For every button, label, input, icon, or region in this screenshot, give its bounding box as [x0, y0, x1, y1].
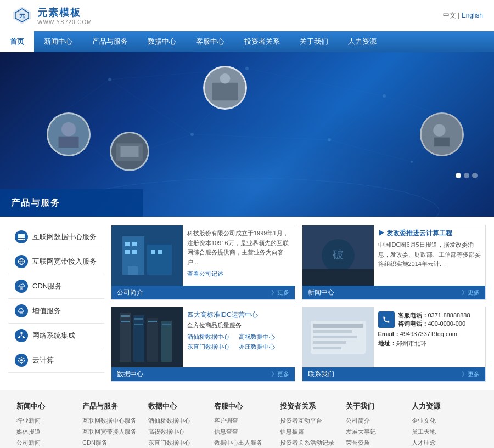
- svg-point-28: [220, 73, 231, 84]
- svg-rect-54: [21, 332, 23, 334]
- cdn-icon: [15, 280, 28, 293]
- footer-col-hr-item-0[interactable]: 企业文化: [412, 416, 478, 427]
- svg-rect-80: [121, 315, 130, 317]
- svg-rect-88: [313, 324, 363, 328]
- sidebar-item-network[interactable]: 网络系统集成: [8, 324, 104, 348]
- hero-circle-left2: [110, 132, 149, 171]
- footer-col-about-item-0[interactable]: 公司简介: [346, 416, 412, 427]
- footer-col-about-item-1[interactable]: 发展大事记: [346, 427, 412, 438]
- news-more[interactable]: 》更多: [462, 288, 480, 297]
- footer-col-support-item-1[interactable]: 信息查查: [214, 427, 280, 438]
- lang-zh[interactable]: 中文: [443, 12, 456, 19]
- hero-pagination[interactable]: [456, 173, 478, 178]
- nav-item-products[interactable]: 产品与服务: [82, 31, 138, 52]
- sidebar-item-value[interactable]: 增值服务: [8, 299, 104, 324]
- svg-point-43: [23, 239, 24, 240]
- svg-point-20: [328, 138, 331, 141]
- datacenter-card: 四大高标准IDC运营中心 全方位商品质量服务 酒仙桥数据中心 高祝数据中心 东直…: [111, 307, 295, 382]
- svg-rect-66: [125, 250, 130, 254]
- company-more[interactable]: 》更多: [271, 288, 289, 297]
- svg-rect-82: [134, 318, 143, 320]
- hero-dot-1[interactable]: [456, 173, 461, 178]
- svg-rect-81: [121, 321, 130, 322]
- content-cards: 科技股份有限公司成立于1999年1月，注册资本10916万，是业界领先的互联网综…: [104, 225, 486, 382]
- svg-point-16: [108, 78, 111, 81]
- footer-col-products-item-0[interactable]: 互联网数据中心服务: [82, 416, 148, 427]
- dc-link-2[interactable]: 高祝数据中心: [239, 333, 275, 341]
- footer-col-news-item-0[interactable]: 行业新闻: [16, 416, 82, 427]
- footer-col-dc-item-1[interactable]: 高祝数据中心: [148, 427, 214, 438]
- svg-rect-31: [59, 137, 79, 148]
- hero-dot-2[interactable]: [464, 173, 469, 178]
- address-row: 地址：郑州市北环: [378, 339, 481, 348]
- dc-link-1[interactable]: 酒仙桥数据中心: [187, 333, 229, 341]
- sidebar-item-idc[interactable]: 互联网数据中心服务: [8, 225, 104, 249]
- dc-link-4[interactable]: 亦庄数据中心: [239, 343, 275, 351]
- main-nav: 首页 新闻中心 产品与服务 数据中心 客服中心 投资者关系 关于我们 人力资源: [0, 31, 494, 52]
- dc-more[interactable]: 》更多: [271, 370, 289, 378]
- svg-rect-78: [147, 318, 158, 362]
- svg-rect-55: [18, 337, 20, 338]
- nav-item-investor[interactable]: 投资者关系: [234, 31, 290, 52]
- nav-item-datacenter[interactable]: 数据中心: [138, 31, 186, 52]
- footer-col-investor-item-2[interactable]: 投资者关系活动记录: [280, 438, 346, 448]
- svg-rect-91: [313, 341, 346, 344]
- nav-item-hr[interactable]: 人力资源: [338, 31, 386, 52]
- nav-item-home[interactable]: 首页: [0, 31, 34, 52]
- contact-more[interactable]: 》更多: [462, 370, 480, 378]
- nav-item-about[interactable]: 关于我们: [290, 31, 338, 52]
- logo-subtitle: WWW.YS720.COM: [37, 19, 92, 25]
- footer-col-news-item-1[interactable]: 媒体报道: [16, 427, 82, 438]
- footer-col-dc-item-0[interactable]: 酒仙桥数据中心: [148, 416, 214, 427]
- company-more-link[interactable]: 查看公司记述: [187, 270, 223, 277]
- svg-point-19: [190, 133, 194, 136]
- hero-circle-top: [203, 66, 247, 110]
- footer-col-about-item-2[interactable]: 荣誉资质: [346, 438, 412, 448]
- svg-rect-34: [121, 146, 139, 157]
- nav-item-news[interactable]: 新闻中心: [34, 31, 82, 52]
- news-body: 中国IDC圈6月5日报道，据发改委消息，发改委、财政部、工信部等多部委将组织实施…: [378, 240, 481, 269]
- footer-col-news-item-2[interactable]: 公司新闻: [16, 438, 82, 448]
- email-row: Email：494937337T9qq.com: [378, 330, 481, 338]
- lang-en[interactable]: English: [462, 12, 483, 19]
- svg-rect-79: [161, 321, 172, 362]
- svg-rect-83: [134, 324, 143, 325]
- company-card-footer: 公司简介 》更多: [111, 286, 295, 299]
- phone1-row: 客服电话：0371-88888888: [398, 311, 470, 320]
- svg-rect-56: [23, 337, 25, 338]
- sidebar-item-broadband[interactable]: 互联网宽带接入服务: [8, 249, 104, 274]
- footer-col-hr-item-2[interactable]: 人才理念: [412, 438, 478, 448]
- svg-point-60: [20, 359, 23, 361]
- footer-col-hr-item-1[interactable]: 员工天地: [412, 427, 478, 438]
- sidebar-item-cdn[interactable]: CDN服务: [8, 274, 104, 299]
- sidebar-item-broadband-label: 互联网宽带接入服务: [32, 257, 97, 266]
- svg-point-17: [245, 67, 249, 70]
- company-image: [111, 225, 183, 286]
- sidebar-item-cdn-label: CDN服务: [32, 281, 62, 291]
- contact-card-footer: 联系我们 》更多: [302, 367, 486, 381]
- dc-link-3[interactable]: 东直门数据中心: [187, 343, 229, 351]
- svg-rect-92: [313, 347, 341, 349]
- footer-col-support-item-0[interactable]: 客户调查: [214, 416, 280, 427]
- footer-col-investor-item-1[interactable]: 信息披露: [280, 427, 346, 438]
- svg-rect-74: [302, 269, 374, 286]
- sidebar-item-cloud[interactable]: 云计算: [8, 348, 104, 373]
- news-card-footer: 新闻中心 》更多: [302, 286, 486, 299]
- footer-col-dc-item-2[interactable]: 东直门数据中心: [148, 438, 214, 448]
- phone-icon: [378, 311, 395, 328]
- svg-point-22: [411, 161, 413, 163]
- footer-col-products-item-1[interactable]: 互联网宽带接入服务: [82, 427, 148, 438]
- footer-col-products: 产品与服务 互联网数据中心服务 互联网宽带接入服务 CDN服务 增值服务 网络系…: [82, 401, 148, 448]
- news-header: ▶ 发改委推进云计算工程: [378, 229, 481, 238]
- footer-col-investor-title: 投资者关系: [280, 401, 346, 411]
- footer-col-investor-item-0[interactable]: 投资者互动平台: [280, 416, 346, 427]
- footer-col-support-title: 客服中心: [214, 401, 280, 411]
- footer-col-products-item-2[interactable]: CDN服务: [82, 438, 148, 448]
- lang-switcher[interactable]: 中文 | English: [443, 11, 483, 20]
- footer-col-news-title: 新闻中心: [16, 401, 82, 411]
- hero-dot-3[interactable]: [472, 173, 478, 178]
- footer-col-support-item-2[interactable]: 数据中心出入服务: [214, 438, 280, 448]
- dc-subtitle2: 全方位商品质量服务: [187, 321, 290, 330]
- nav-item-support[interactable]: 客服中心: [186, 31, 234, 52]
- footer-col-hr: 人力资源 企业文化 员工天地 人才理念: [412, 401, 478, 448]
